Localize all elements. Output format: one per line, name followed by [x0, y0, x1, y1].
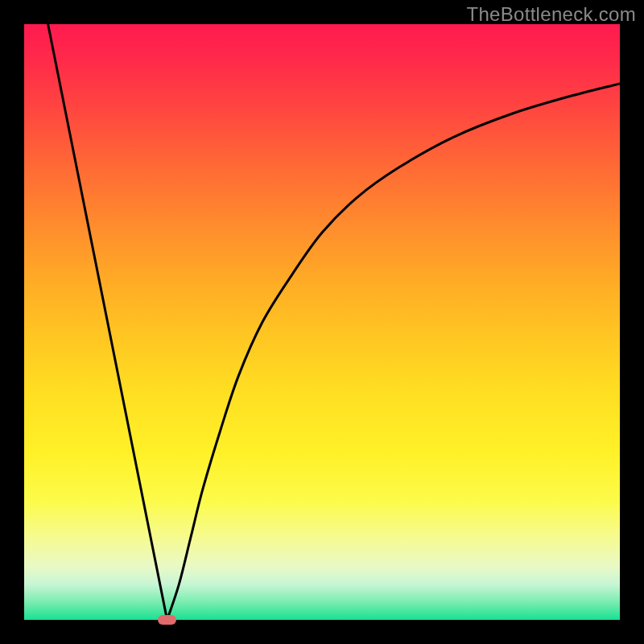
right-curve	[167, 84, 620, 620]
plot-area	[24, 24, 620, 620]
chart-frame: TheBottleneck.com	[0, 0, 644, 644]
left-line	[48, 24, 167, 620]
watermark-text: TheBottleneck.com	[466, 3, 636, 26]
curve-layer	[24, 24, 620, 620]
bottleneck-marker	[158, 615, 177, 625]
